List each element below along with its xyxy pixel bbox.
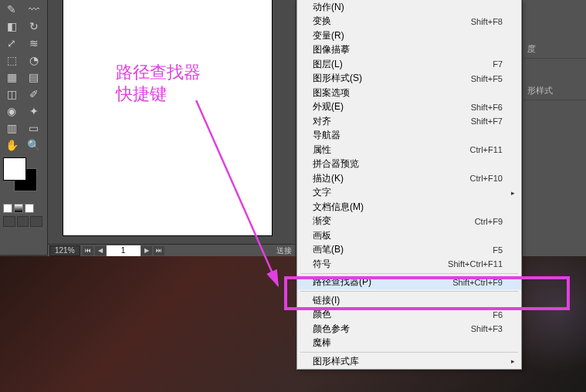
menu-separator: [300, 291, 518, 292]
menu-item-label: 外观(E): [313, 100, 344, 113]
menu-item[interactable]: 画板: [297, 228, 521, 243]
menu-item-shortcut: Shift+F6: [471, 103, 503, 112]
panel-opacity[interactable]: 度: [523, 40, 586, 59]
menu-item[interactable]: 画笔(B)F5: [297, 243, 521, 258]
tool-brush[interactable]: 〰: [24, 2, 45, 17]
menu-item-shortcut: F5: [493, 245, 503, 255]
tool-graph[interactable]: ▥: [2, 120, 22, 136]
page-number-input[interactable]: 1: [107, 245, 141, 256]
tool-freetransform[interactable]: ⬚: [2, 52, 22, 68]
menu-item[interactable]: 渐变Ctrl+F9: [297, 215, 521, 229]
menu-item-shortcut: Shift+Ctrl+F11: [448, 259, 503, 269]
menu-item[interactable]: 外观(E)Shift+F6: [297, 100, 521, 115]
menu-item[interactable]: 图层(L)F7: [297, 57, 521, 72]
tool-width[interactable]: ≋: [24, 35, 45, 51]
menu-item[interactable]: 图像描摹: [297, 43, 521, 58]
menu-item-label: 路径查找器(P): [313, 275, 371, 289]
tool-artboard[interactable]: ▭: [24, 120, 45, 136]
menu-item-shortcut: Shift+F5: [471, 74, 503, 83]
transform-label: 送接: [276, 245, 295, 256]
menu-item-label: 颜色参考: [313, 323, 350, 336]
menu-item[interactable]: 符号Shift+Ctrl+F11: [297, 257, 521, 272]
tool-eyedropper[interactable]: ✐: [24, 86, 45, 102]
menu-item[interactable]: 描边(K)Ctrl+F10: [297, 171, 521, 186]
menu-item-shortcut: Shift+F7: [471, 117, 503, 126]
tool-eraser[interactable]: ◧: [2, 19, 22, 34]
menu-item[interactable]: 变量(R): [297, 29, 521, 43]
tools-panel: ✎〰 ◧↻ ⤢≋ ⬚◔ ▦▤ ◫✐ ◉✦ ▥▭ ✋🔍: [0, 0, 48, 255]
menu-item[interactable]: 颜色参考Shift+F3: [297, 322, 521, 336]
menu-item-shortcut: Ctrl+F9: [475, 217, 503, 226]
menu-item[interactable]: 属性Ctrl+F11: [297, 143, 521, 157]
menu-item[interactable]: 图案选项: [297, 86, 521, 100]
tool-hand[interactable]: ✋: [2, 137, 22, 153]
panel-graphic-styles[interactable]: 形样式: [523, 82, 586, 100]
screenmode-full[interactable]: [17, 216, 29, 227]
right-panel-dock: 度 形样式: [522, 0, 586, 256]
nav-first-icon[interactable]: ⏮: [83, 246, 93, 255]
menu-item-shortcut: Shift+F3: [471, 324, 503, 333]
menu-item[interactable]: 链接(I): [297, 293, 521, 308]
menu-item[interactable]: 图形样式(S)Shift+F5: [297, 72, 521, 86]
menu-item-label: 变量(R): [313, 29, 344, 42]
menu-item[interactable]: 文字: [297, 186, 521, 201]
menu-item[interactable]: 导航器: [297, 129, 521, 144]
annotation-line2: 快捷键: [116, 83, 201, 105]
menu-item-label: 颜色: [313, 308, 331, 321]
menu-item[interactable]: 文档信息(M): [297, 200, 521, 215]
menu-item-label: 文档信息(M): [313, 201, 364, 214]
menu-item-label: 图像描摹: [313, 43, 350, 56]
menu-item-label: 图形样式(S): [313, 72, 362, 85]
annotation-text: 路径查找器 快捷键: [116, 62, 201, 105]
menu-item-label: 符号: [313, 258, 331, 271]
menu-item-label: 渐变: [313, 215, 331, 228]
menu-separator: [300, 273, 518, 274]
tool-scale[interactable]: ⤢: [2, 35, 22, 51]
menu-separator: [300, 352, 518, 353]
tool-gradient[interactable]: ◫: [2, 86, 22, 102]
screenmode-present[interactable]: [30, 216, 42, 227]
tool-mesh[interactable]: ▤: [24, 69, 45, 85]
tool-symbol[interactable]: ✦: [24, 103, 45, 119]
nav-last-icon[interactable]: ⏭: [154, 246, 164, 255]
menu-item[interactable]: 动作(N): [297, 0, 521, 15]
tool-perspective[interactable]: ▦: [2, 69, 22, 85]
tool-rotate[interactable]: ↻: [24, 19, 45, 34]
mini-swatch-gradient[interactable]: [14, 204, 23, 213]
menu-item[interactable]: 颜色F6: [297, 308, 521, 323]
zoom-value[interactable]: 121%: [49, 245, 80, 256]
screenmode-normal[interactable]: [3, 216, 15, 227]
tool-zoom[interactable]: 🔍: [24, 137, 45, 153]
menu-item-label: 魔棒: [313, 336, 331, 350]
menu-item[interactable]: 魔棒: [297, 336, 521, 351]
tool-shapebuilder[interactable]: ◔: [24, 52, 45, 68]
menu-item-shortcut: Shift+Ctrl+F9: [452, 278, 503, 287]
mini-swatch-none[interactable]: [25, 204, 34, 213]
status-bar: 121% ⏮ ◀ 1 ▶ ⏭ 送接: [48, 244, 295, 256]
artboard[interactable]: [63, 0, 272, 235]
menu-item-label: 画板: [313, 229, 331, 242]
nav-next-icon[interactable]: ▶: [141, 246, 152, 255]
menu-item-label: 文字: [313, 186, 331, 199]
tool-blend[interactable]: ◉: [2, 103, 22, 119]
menu-item[interactable]: 路径查找器(P)Shift+Ctrl+F9: [297, 275, 521, 290]
menu-item[interactable]: 对齐Shift+F7: [297, 114, 521, 129]
nav-prev-icon[interactable]: ◀: [95, 246, 106, 255]
menu-item[interactable]: 图形样式库: [297, 354, 521, 369]
menu-item-label: 导航器: [313, 129, 340, 142]
color-swatches[interactable]: [3, 157, 44, 199]
window-menu: 动作(N)变换Shift+F8变量(R)图像描摹图层(L)F7图形样式(S)Sh…: [296, 0, 522, 370]
menu-item-shortcut: F6: [493, 310, 503, 319]
menu-item-label: 画笔(B): [313, 243, 344, 256]
menu-item-label: 描边(K): [313, 172, 344, 185]
menu-item[interactable]: 拼合器预览: [297, 157, 521, 172]
menu-item-label: 对齐: [313, 115, 331, 128]
menu-item[interactable]: 变换Shift+F8: [297, 15, 521, 29]
mini-swatch-color[interactable]: [3, 204, 12, 213]
tool-pencil[interactable]: ✎: [2, 2, 22, 17]
menu-item-shortcut: Shift+F8: [471, 17, 503, 26]
canvas-area: [48, 0, 295, 256]
menu-item-label: 动作(N): [313, 1, 344, 14]
fill-swatch[interactable]: [3, 157, 26, 181]
menu-item-label: 链接(I): [313, 294, 340, 307]
